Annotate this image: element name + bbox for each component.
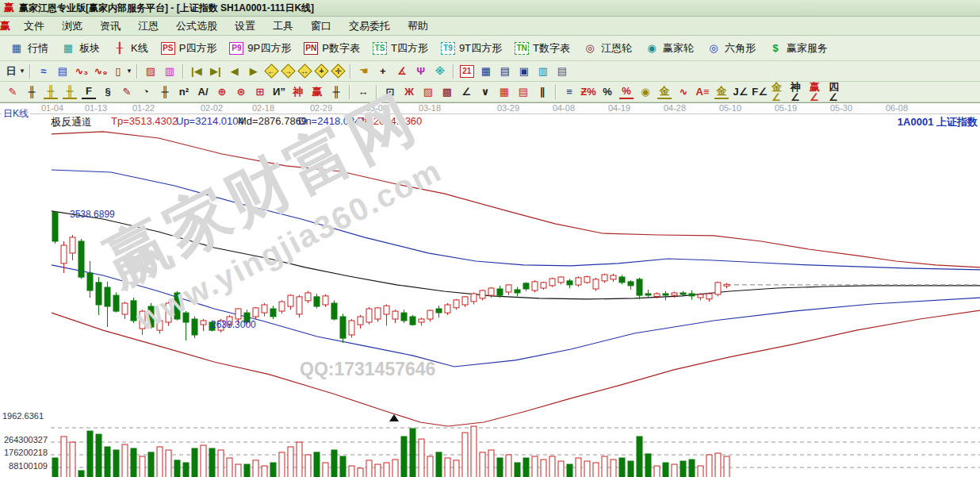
tool-calculator[interactable]: ▦ bbox=[477, 63, 495, 80]
tool-circle-star[interactable]: ⊛ bbox=[232, 83, 250, 101]
tool-zoom-in-all[interactable]: + bbox=[315, 64, 328, 78]
tool-pencil-ruler[interactable]: ✎ bbox=[118, 83, 136, 101]
tool-circle-cross[interactable]: ⊕ bbox=[213, 83, 231, 101]
tool-ying-ruler[interactable]: 赢 bbox=[308, 83, 326, 101]
tool-box-grid[interactable]: ⊞ bbox=[251, 83, 269, 101]
tool-mini-chart-3[interactable]: ∿₃ bbox=[73, 63, 90, 80]
menu-item-settings[interactable]: 设置 bbox=[226, 17, 264, 35]
menu-item-help[interactable]: 帮助 bbox=[399, 17, 437, 35]
tool-gold-angle[interactable]: 金∠ bbox=[770, 83, 787, 101]
toolbar-button-winner-service[interactable]: $赢家服务 bbox=[762, 39, 834, 58]
tool-f-angle[interactable]: F∠ bbox=[751, 83, 768, 101]
tool-remote-pc[interactable]: ▤ bbox=[553, 63, 571, 80]
toolbar-button-quotes[interactable]: ▦行情 bbox=[3, 39, 55, 58]
tool-golden-section-2[interactable]: ╫ bbox=[61, 83, 78, 101]
menu-item-trade[interactable]: 交易委托 bbox=[340, 17, 399, 35]
tool-info-list[interactable]: ▤ bbox=[54, 63, 71, 80]
toolbar-button-winner-wheel[interactable]: ◉赢家轮 bbox=[638, 39, 700, 58]
tool-percent[interactable]: % bbox=[599, 83, 616, 101]
tool-shen-angle[interactable]: 神∠ bbox=[789, 83, 806, 101]
tool-save[interactable]: ▣ bbox=[515, 63, 533, 80]
tool-width-measure[interactable]: ↔ bbox=[354, 83, 372, 101]
tool-zixun-wave[interactable]: ≈ bbox=[35, 63, 52, 80]
tool-angle-lines[interactable]: ∠ bbox=[457, 83, 475, 101]
tool-color-histogram[interactable]: ▥ bbox=[161, 63, 178, 80]
tool-a-slash[interactable]: A/ bbox=[194, 83, 212, 101]
tool-grid-box[interactable]: ▤ bbox=[515, 83, 532, 101]
toolbar-button-hexagon[interactable]: ◎六角形 bbox=[700, 39, 762, 58]
tool-wave-tool[interactable]: ∿ bbox=[675, 83, 692, 101]
tool-four-angle[interactable]: 四∠ bbox=[827, 83, 844, 101]
tool-cycle-circle[interactable]: ◔ bbox=[137, 83, 155, 101]
tool-z-percent[interactable]: Ƶ% bbox=[580, 83, 597, 101]
tool-percent-line[interactable]: % bbox=[618, 83, 635, 101]
tool-network-pc[interactable]: ▥ bbox=[534, 63, 552, 80]
tool-expand-horizontal[interactable]: ↔ bbox=[298, 64, 312, 78]
tool-ray-fan[interactable]: Ж bbox=[400, 83, 418, 101]
tool-last-page[interactable]: ▶| bbox=[207, 63, 224, 80]
tool-a-lines[interactable]: A≡ bbox=[694, 83, 711, 101]
toolbar-button-p-square[interactable]: PSP四方形 bbox=[155, 39, 224, 58]
toolbar-button-9t-square[interactable]: T99T四方形 bbox=[434, 39, 508, 58]
menu-item-window[interactable]: 窗口 bbox=[302, 17, 340, 35]
menu-item-browse[interactable]: 浏览 bbox=[53, 17, 91, 35]
tool-pencil-tool[interactable]: ✎ bbox=[4, 83, 21, 101]
tool-zigzag-line[interactable]: ∨ bbox=[477, 83, 494, 101]
ruler-123-icon: ╫ bbox=[329, 86, 343, 98]
tool-fan-box-dark[interactable]: ▩ bbox=[438, 83, 456, 101]
toolbar-button-t-square[interactable]: TST四方形 bbox=[366, 39, 434, 58]
kline-plot[interactable] bbox=[0, 114, 980, 477]
toolbar-button-9p-square[interactable]: P99P四方形 bbox=[223, 39, 297, 58]
tool-smart-analysis[interactable]: ※ bbox=[431, 63, 449, 80]
tool-gann-tool[interactable]: Ψ bbox=[412, 63, 430, 80]
toolbar-button-gann-wheel[interactable]: ◎江恩轮 bbox=[576, 39, 638, 58]
menu-item-formula-pick[interactable]: 公式选股 bbox=[167, 17, 226, 35]
tool-j-angle[interactable]: J∠ bbox=[732, 83, 749, 101]
date-tick-04-19: 04-19 bbox=[608, 103, 630, 113]
tool-mini-chart-9[interactable]: ∿₉ bbox=[92, 63, 109, 80]
tool-golden-section[interactable]: ╫ bbox=[42, 83, 59, 101]
menu-item-news[interactable]: 资讯 bbox=[91, 17, 129, 35]
tool-crosshair[interactable]: + bbox=[374, 63, 392, 80]
tool-calendar[interactable]: 21 bbox=[458, 63, 476, 80]
tool-spiral-tool[interactable]: § bbox=[99, 83, 117, 101]
tool-gold-lines[interactable]: 金 bbox=[656, 83, 673, 101]
tool-price-panel[interactable]: ≡ bbox=[561, 83, 578, 101]
toolbar-button-kline[interactable]: ╂K线 bbox=[106, 39, 155, 58]
toolbar-button-p-number-table[interactable]: PNP数字表 bbox=[297, 39, 366, 58]
tool-prev-page[interactable]: ◀ bbox=[226, 63, 243, 80]
kline-chart-area[interactable]: 日K线 赢家财富网 www.yingjia360.com 极反通道 Tp=351… bbox=[0, 113, 980, 477]
toolbar-button-sectors[interactable]: ▦板块 bbox=[55, 39, 106, 58]
tool-f-line[interactable]: F bbox=[80, 83, 98, 101]
tool-parallel-lines[interactable]: ∥ bbox=[534, 83, 551, 101]
tool-cycle-line[interactable]: ╫ bbox=[23, 83, 40, 101]
tool-fan-box[interactable]: ▨ bbox=[419, 83, 437, 101]
tool-zoom-out-all[interactable]: ✛ bbox=[331, 64, 345, 78]
tool-rect-handles[interactable]: ⊡ bbox=[381, 83, 399, 101]
menu-item-tools[interactable]: 工具 bbox=[264, 17, 302, 35]
tool-ying-angle[interactable]: 赢∠ bbox=[808, 83, 825, 101]
menu-item-gann[interactable]: 江恩 bbox=[129, 17, 167, 35]
tool-first-page[interactable]: |◀ bbox=[188, 63, 205, 80]
tool-period-day-button[interactable]: 日▼ bbox=[4, 63, 25, 80]
tool-n-squared[interactable]: n² bbox=[175, 83, 193, 101]
tool-gold-circle[interactable]: ◉ bbox=[637, 83, 654, 101]
candle-body bbox=[201, 321, 206, 325]
tool-next-page[interactable]: ▶ bbox=[245, 63, 262, 80]
candle-body bbox=[619, 277, 625, 283]
tool-memo[interactable]: ▤ bbox=[496, 63, 514, 80]
tool-shift-right[interactable]: → bbox=[281, 64, 295, 78]
tool-shen-ruler[interactable]: 神 bbox=[289, 83, 307, 101]
toolbar-button-t-number-table[interactable]: TNT数字表 bbox=[508, 39, 576, 58]
tool-shift-left[interactable]: ← bbox=[265, 64, 278, 78]
tool-candle-style-button[interactable]: ▯▼ bbox=[111, 63, 132, 80]
menu-item-file[interactable]: 文件 bbox=[15, 17, 53, 35]
tool-angle-tool[interactable]: ∡ bbox=[393, 63, 411, 80]
tool-grid-red[interactable]: ▦ bbox=[496, 83, 513, 101]
tool-n-quote[interactable]: И” bbox=[270, 83, 288, 101]
tool-pattern-tool[interactable]: ▨ bbox=[142, 63, 159, 80]
tool-tick-ruler[interactable]: ╫ bbox=[156, 83, 174, 101]
tool-drag-hand[interactable]: ☚ bbox=[355, 63, 373, 80]
tool-gold-box[interactable]: 金 bbox=[713, 83, 730, 101]
tool-ruler-123[interactable]: ╫ bbox=[327, 83, 345, 101]
